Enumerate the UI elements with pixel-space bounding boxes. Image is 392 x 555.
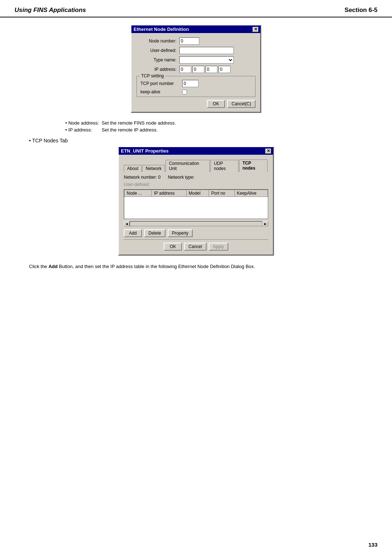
col-model: Model [186, 190, 209, 197]
page-header: Using FINS Applications Section 6-5 [0, 0, 392, 17]
ethernet-cancel-button[interactable]: Cancel(C) [227, 100, 256, 108]
ip-octet-2[interactable] [192, 66, 204, 73]
etn-ok-button[interactable]: OK [164, 243, 182, 251]
main-content: Ethernet Node Definition ✕ Node number: … [0, 25, 392, 270]
type-name-label: Type name: [136, 57, 176, 62]
scroll-right-arrow[interactable]: ▶ [262, 221, 268, 226]
network-type-label: Network type: [168, 175, 194, 180]
page-footer: 133 [368, 542, 377, 548]
node-number-input[interactable] [179, 37, 199, 45]
ip-address-row: IP address: [136, 66, 256, 73]
tcp-port-row: TCP port number [140, 80, 252, 87]
etn-ok-cancel-row: OK Cancel Apply [124, 239, 268, 251]
etn-nodes-table-wrapper: Node ... IP address Model Port no KeepAl… [124, 189, 268, 219]
tab-tcp-nodes[interactable]: TCP nodes [239, 159, 268, 172]
etn-close-button[interactable]: ✕ [265, 149, 271, 154]
tcp-port-label: TCP port number [140, 81, 182, 86]
col-keepalive: KeepAlive [234, 190, 268, 197]
ethernet-dialog-body: Node number: User-defined: Type name: IP… [131, 33, 261, 112]
user-defined-label: User-defined: [136, 48, 176, 53]
tab-bar: About Network Communication Unit UDP nod… [124, 159, 268, 172]
ip-address-label: IP address: [136, 67, 176, 72]
ethernet-close-button[interactable]: ✕ [253, 27, 258, 32]
delete-button[interactable]: Delete [144, 229, 166, 237]
etn-dialog-titlebar: ETN_UNIT Properties ✕ [119, 147, 273, 155]
tab-about[interactable]: About [124, 165, 142, 172]
page-number: 133 [368, 542, 377, 548]
bullet-node-label: • Node address: [65, 120, 102, 126]
bullet-node-value: Set the remote FINS node address. [102, 120, 377, 126]
property-button[interactable]: Property [168, 229, 193, 237]
ip-octet-1[interactable] [179, 66, 191, 73]
keep-alive-label: keep-alive [140, 89, 182, 94]
bullet-node-address: • Node address: Set the remote FINS node… [65, 120, 377, 126]
etn-apply-button: Apply [209, 243, 228, 251]
ip-octet-4[interactable] [219, 66, 230, 73]
bullet-ip-address: • IP address: Set the remote IP address. [65, 127, 377, 133]
add-emphasis: Add [48, 264, 57, 269]
scroll-left-arrow[interactable]: ◀ [124, 221, 130, 226]
type-name-select[interactable] [179, 56, 234, 64]
node-number-label: Node number: [136, 39, 176, 44]
etn-dialog-body: About Network Communication Unit UDP nod… [119, 155, 273, 255]
user-defined-row: User-defined: [136, 47, 256, 54]
horizontal-scrollbar[interactable]: ◀ ▶ [124, 221, 268, 226]
ethernet-node-dialog: Ethernet Node Definition ✕ Node number: … [131, 25, 261, 113]
ip-inputs-group [179, 66, 230, 73]
explanation-text: Click the Add Button, and then set the I… [29, 263, 363, 270]
etn-user-defined: User-defined: [124, 182, 268, 187]
etn-cancel-button[interactable]: Cancel [184, 243, 206, 251]
table-header-row: Node ... IP address Model Port no KeepAl… [124, 190, 268, 197]
ethernet-ok-button[interactable]: OK [207, 100, 225, 108]
col-port-no: Port no [209, 190, 235, 197]
col-node: Node ... [124, 190, 152, 197]
etn-nodes-table: Node ... IP address Model Port no KeepAl… [124, 190, 268, 219]
keep-alive-checkbox[interactable] [182, 90, 187, 94]
ethernet-dialog-buttons: OK Cancel(C) [136, 100, 256, 108]
ethernet-dialog-titlebar: Ethernet Node Definition ✕ [131, 25, 261, 33]
bullet-ip-label: • IP address: [65, 127, 102, 133]
etn-unit-dialog: ETN_UNIT Properties ✕ About Network Comm… [118, 146, 274, 256]
tcp-port-input[interactable] [182, 80, 199, 87]
ethernet-dialog-title: Ethernet Node Definition [134, 27, 189, 32]
tab-network[interactable]: Network [142, 165, 165, 172]
bullet-ip-value: Set the remote IP address. [102, 127, 377, 133]
network-number-label: Network number: 0 [124, 175, 160, 180]
tcp-nodes-heading: • TCP Nodes Tab [29, 138, 377, 143]
etn-table-body [124, 197, 268, 219]
node-number-row: Node number: [136, 37, 256, 45]
tab-communication-unit[interactable]: Communication Unit [166, 160, 210, 172]
add-button[interactable]: Add [124, 229, 142, 237]
keep-alive-row: keep-alive [140, 89, 252, 94]
page-title: Using FINS Applications [15, 7, 86, 14]
tcp-group-legend: TCP setting [140, 73, 165, 78]
type-name-row: Type name: [136, 56, 256, 64]
section-label: Section 6-5 [344, 7, 377, 14]
user-defined-input[interactable] [179, 47, 234, 54]
ip-octet-3[interactable] [205, 66, 217, 73]
bullet-section: • Node address: Set the remote FINS node… [65, 120, 377, 133]
table-empty-row [124, 197, 268, 219]
scroll-track[interactable] [130, 221, 262, 226]
network-number-value: 0 [158, 175, 161, 180]
tcp-setting-group: TCP setting TCP port number keep-alive [136, 76, 256, 97]
tab-udp-nodes[interactable]: UDP nodes [211, 160, 238, 172]
col-ip-address: IP address [152, 190, 187, 197]
etn-dialog-title: ETN_UNIT Properties [121, 148, 168, 154]
network-info-row: Network number: 0 Network type: [124, 175, 268, 180]
etn-action-buttons: Add Delete Property [124, 229, 268, 237]
